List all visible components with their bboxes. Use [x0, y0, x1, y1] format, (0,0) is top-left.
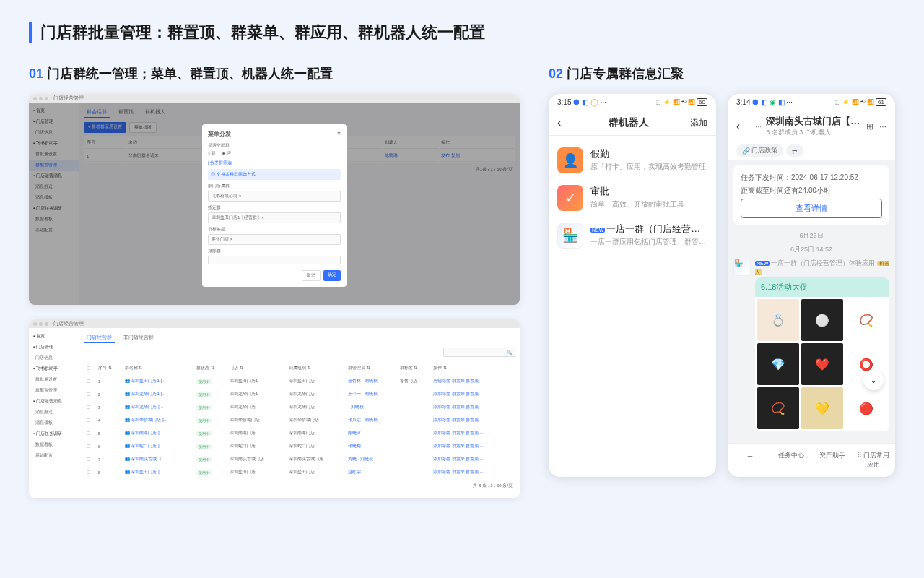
table-row[interactable]: ☐4👥 深圳华侨城门店 [...使用中深圳华侨城门店深圳华侨城门店张兴达 · 刘…: [85, 415, 514, 426]
table-row[interactable]: ☐3👥 深圳龙华门店 [...使用中深圳龙华门店深圳龙华门店· 刘晓秋添加标签 …: [85, 402, 514, 413]
scroll-down-button[interactable]: ⌄: [863, 370, 884, 390]
page-title: 群机器人: [572, 116, 686, 129]
menu-icon[interactable]: ☰: [731, 448, 769, 473]
bot-item[interactable]: 👤假勤原「打卡」应用，实现高效考勤管理: [557, 142, 707, 179]
search-input[interactable]: 🔍: [443, 348, 515, 357]
chat-title: 深圳南头古城门店【... ▸: [766, 115, 862, 128]
exclude-input[interactable]: [208, 256, 341, 264]
bot-item[interactable]: ✓审批简单、高效、开放的审批工具: [557, 179, 707, 217]
sidebar-item[interactable]: ▪ 门店管理: [29, 342, 79, 353]
scope-input[interactable]: 零售门店 ×: [208, 234, 341, 245]
tab[interactable]: 门店经营群: [84, 332, 115, 343]
target-input[interactable]: 深圳盐田门店1【经营群】×: [208, 212, 341, 223]
phone-screenshot-1: 3:15 ⬢ ◧ ◯ ··· ⬚ ⚡ 📶 ⁴ᴳ 📶 60 ‹ 群机器人 添加 👤…: [549, 94, 716, 477]
back-icon[interactable]: ‹: [557, 116, 572, 129]
sidebar-item[interactable]: ▪ 飞书群助手: [29, 363, 79, 374]
table-row[interactable]: ☐8👥 深圳盐田门店 [...使用中深圳盐田门店深圳盐田门店赵红宇添加标签 群置…: [85, 467, 514, 478]
sidebar-item[interactable]: 数据看板: [29, 439, 79, 450]
sidebar-item[interactable]: ▪ 门店任务调研: [29, 428, 79, 439]
sidebar-item[interactable]: 消息推送: [29, 407, 79, 418]
policy-chip[interactable]: 🔗 门店政策: [736, 144, 783, 157]
table-row[interactable]: ☐2👥 深圳龙华门店1 [...使用中深圳龙华门店1深圳龙华门店王卡一 · 刘晓…: [85, 389, 514, 400]
sidebar-item[interactable]: 消息模板: [29, 418, 79, 428]
video-icon[interactable]: ⊞: [866, 121, 873, 131]
section-1-title: 01 门店群统一管理；菜单、群置顶、机器人统一配置: [29, 65, 520, 82]
pagination-2[interactable]: 共 8 条 ‹ 1 › 50 条/页: [84, 480, 515, 492]
add-button[interactable]: 添加: [686, 117, 707, 129]
close-icon[interactable]: ×: [337, 130, 341, 138]
distribute-modal: 菜单分发× 是否全部群 ○ 是 ◉ 否 | 分发群筛选 ⓘ 支持多种群筛选方式 …: [202, 124, 346, 287]
tab-asset[interactable]: 资产助手: [813, 448, 851, 473]
desktop-screenshot-2: 门店经营管理 ▪ 首页▪ 门店管理 门店信息▪ 飞书群助手 群批量设置 群配置管…: [29, 319, 520, 498]
main-title: 门店群批量管理：群置顶、群菜单、群应用、群机器人统一配置: [29, 22, 895, 43]
section-2-title: 02 门店专属群信息汇聚: [549, 65, 895, 82]
sidebar-item[interactable]: 门店信息: [29, 353, 79, 363]
table-row[interactable]: ☐7👥 深圳南头古城门... 使用中深圳南头古城门店深圳南头古城门店黄晓 · 刘…: [85, 454, 514, 465]
radio-yes[interactable]: ○ 是: [208, 150, 216, 157]
more-icon[interactable]: ···: [879, 121, 886, 131]
confirm-button[interactable]: 确定: [323, 270, 341, 281]
bot-item[interactable]: 🏪NEW一店一群（门店经营管理）体...一店一群应用包括门店管理、群管理、...: [557, 217, 707, 254]
sidebar-item[interactable]: ▪ 门店运营消息: [29, 396, 79, 407]
tab[interactable]: 非门店经营群: [121, 332, 157, 343]
table-row[interactable]: ☐6👥 深圳蛇口门店 [...使用中深圳蛇口门店深圳蛇口门店张晓梅添加标签 群置…: [85, 441, 514, 452]
desktop-screenshot-1: 门店经营管理 ▪ 首页▪ 门店管理 门店信息▪ 飞书群助手 群批量设置 群配置管…: [29, 94, 520, 305]
sidebar-item[interactable]: 群配置管理: [29, 385, 79, 396]
tab-task[interactable]: 任务中心: [772, 448, 810, 473]
swap-chip[interactable]: ⇄: [786, 144, 803, 157]
dept-input[interactable]: 飞书有限公司 ×: [208, 191, 341, 202]
view-details-button[interactable]: 查看详情: [741, 199, 882, 218]
avatar: 🏪: [733, 259, 751, 276]
phone-screenshot-2: 3:14 ⬢ ◧ ◉ ◧ ··· ⬚ ⚡ 📶 ⁴ᴳ 📶 61 ‹ ··· 深圳南…: [728, 94, 895, 477]
sidebar-item[interactable]: 群批量设置: [29, 374, 79, 385]
cancel-button[interactable]: 取消: [302, 270, 321, 281]
promo-title: 6.18活动大促: [755, 277, 889, 297]
tab-apps[interactable]: ⠿ 门店常用应用: [854, 448, 892, 473]
sidebar-item[interactable]: 基础配置: [29, 450, 79, 461]
sidebar-item[interactable]: ▪ 首页: [29, 331, 79, 342]
table-row[interactable]: ☐1👥 深圳盐田门店1 [...使用中深圳盐田门店1深圳盐田门店金竹林 · 刘晓…: [85, 376, 514, 387]
table-row[interactable]: ☐5👥 深圳南海门店 [...使用中深圳南海门店深圳南海门店陈晓冰添加标签 群置…: [85, 428, 514, 439]
radio-no[interactable]: ◉ 否: [222, 150, 231, 157]
back-icon[interactable]: ‹: [736, 120, 751, 133]
